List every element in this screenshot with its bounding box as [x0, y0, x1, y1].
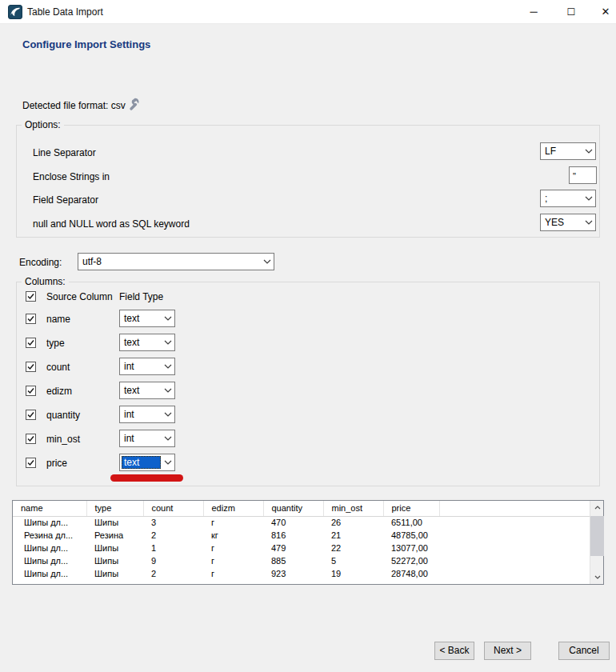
line-separator-label: Line Separator [33, 147, 96, 158]
preview-cell: 22 [323, 542, 383, 554]
preview-cell: Шипы [86, 554, 143, 567]
field-type-header: Field Type [119, 287, 163, 306]
preview-cell [439, 529, 590, 542]
chevron-down-icon [162, 316, 174, 321]
preview-cell: Резина [86, 529, 143, 542]
field-type-select[interactable]: text [119, 454, 175, 471]
column-name-label: quantity [46, 406, 80, 425]
column-row: price text [17, 454, 601, 473]
preview-header-row[interactable]: nametypecountedizmquantitymin_ostprice [13, 501, 590, 516]
titlebar: Table Data Import ─ ☐ ✕ [0, 0, 616, 24]
field-separator-select[interactable]: ; [540, 190, 596, 207]
enclose-strings-input[interactable] [569, 166, 597, 184]
window-title: Table Data Import [27, 0, 103, 24]
preview-cell: 6511,00 [383, 516, 439, 529]
column-checkbox[interactable] [26, 386, 36, 396]
preview-column-header[interactable]: count [143, 501, 203, 516]
preview-cell: 885 [263, 554, 323, 567]
column-row: edizm text [17, 382, 601, 401]
column-name-label: price [46, 454, 67, 473]
cancel-button[interactable]: Cancel [558, 642, 610, 660]
preview-cell: г [203, 567, 263, 580]
field-type-select[interactable]: text [119, 334, 175, 351]
chevron-down-icon [162, 436, 174, 441]
preview-cell: Шипы [86, 542, 143, 554]
preview-column-header[interactable]: min_ost [323, 501, 383, 516]
column-checkbox[interactable] [26, 338, 36, 348]
preview-cell: Шипы [86, 567, 143, 580]
preview-column-header[interactable]: edizm [203, 501, 263, 516]
chevron-down-icon [261, 259, 274, 264]
preview-cell: Шипы дл... [13, 567, 86, 580]
vertical-scrollbar[interactable] [590, 501, 603, 584]
maximize-button[interactable]: ☐ [560, 0, 582, 24]
scroll-up-icon[interactable] [590, 501, 604, 514]
back-button[interactable]: < Back [434, 642, 474, 660]
scrollbar-thumb[interactable] [590, 516, 604, 556]
column-checkbox[interactable] [26, 410, 36, 420]
detected-file-format-label: Detected file format: csv [22, 100, 126, 111]
minimize-button[interactable]: ─ [522, 0, 545, 24]
preview-cell: 9 [143, 554, 203, 567]
scroll-down-icon[interactable] [590, 570, 604, 584]
field-type-select[interactable]: int [119, 406, 175, 423]
preview-cell: 2 [143, 529, 203, 542]
preview-row[interactable]: Шипы дл...Шипы2г9231928748,00 [13, 567, 590, 580]
preview-cell: 2 [143, 567, 203, 580]
preview-cell: г [203, 554, 263, 567]
preview-cell [439, 542, 590, 554]
column-checkbox[interactable] [26, 362, 36, 372]
page-title: Configure Import Settings [22, 38, 150, 50]
preview-cell: Шипы [86, 516, 143, 529]
next-button[interactable]: Next > [484, 642, 531, 660]
column-name-label: name [46, 310, 70, 329]
mysql-workbench-icon [8, 5, 22, 19]
columns-group-label: Columns: [22, 276, 69, 287]
preview-cell: Шипы дл... [13, 542, 86, 554]
column-row: quantity int [17, 406, 601, 425]
preview-column-header[interactable]: price [383, 501, 439, 516]
preview-column-header[interactable]: quantity [263, 501, 323, 516]
column-checkbox[interactable] [26, 434, 36, 444]
close-button[interactable]: ✕ [594, 0, 616, 24]
field-type-select[interactable]: int [119, 358, 175, 375]
preview-cell: 479 [263, 542, 323, 554]
column-name-label: min_ost [46, 430, 80, 449]
column-row: name text [17, 310, 601, 329]
null-keyword-select[interactable]: YES [540, 214, 596, 231]
columns-header-row: Source Column Field Type [17, 287, 601, 306]
preview-cell [439, 567, 590, 580]
preview-cell: 470 [263, 516, 323, 529]
table-data-import-window: Table Data Import ─ ☐ ✕ Configure Import… [0, 0, 616, 672]
preview-cell: 19 [323, 567, 383, 580]
column-checkbox[interactable] [26, 314, 36, 324]
options-group-label: Options: [22, 119, 64, 130]
preview-cell: г [203, 516, 263, 529]
line-separator-select[interactable]: LF [540, 142, 596, 160]
preview-column-header[interactable]: type [86, 501, 143, 516]
red-underline-annotation [110, 474, 183, 482]
field-type-select[interactable]: text [119, 310, 175, 327]
preview-column-header[interactable]: name [13, 501, 86, 516]
preview-row[interactable]: Шипы дл...Шипы9г885552272,00 [13, 554, 590, 567]
preview-row[interactable]: Шипы дл...Шипы3г470266511,00 [13, 516, 590, 529]
field-type-select[interactable]: text [119, 382, 175, 399]
column-name-label: edizm [46, 382, 72, 401]
select-all-checkbox[interactable] [26, 291, 36, 302]
preview-column-header[interactable] [439, 501, 590, 516]
preview-cell: 816 [263, 529, 323, 542]
preview-cell: Шипы дл... [13, 554, 86, 567]
preview-cell: 21 [323, 529, 383, 542]
preview-row[interactable]: Шипы дл...Шипы1г4792213077,00 [13, 542, 590, 554]
wrench-icon[interactable] [126, 98, 140, 111]
data-preview-table: nametypecountedizmquantitymin_ostprice Ш… [12, 500, 604, 585]
preview-cell: Резина дл... [13, 529, 86, 542]
chevron-down-icon [162, 364, 174, 369]
encoding-label: Encoding: [19, 257, 62, 268]
column-checkbox[interactable] [26, 458, 36, 468]
column-name-label: type [46, 334, 65, 353]
preview-row[interactable]: Резина дл...Резина2кг8162148785,00 [13, 529, 590, 542]
preview-cell [439, 516, 590, 529]
encoding-select[interactable]: utf-8 [78, 253, 274, 270]
field-type-select[interactable]: int [119, 430, 175, 447]
